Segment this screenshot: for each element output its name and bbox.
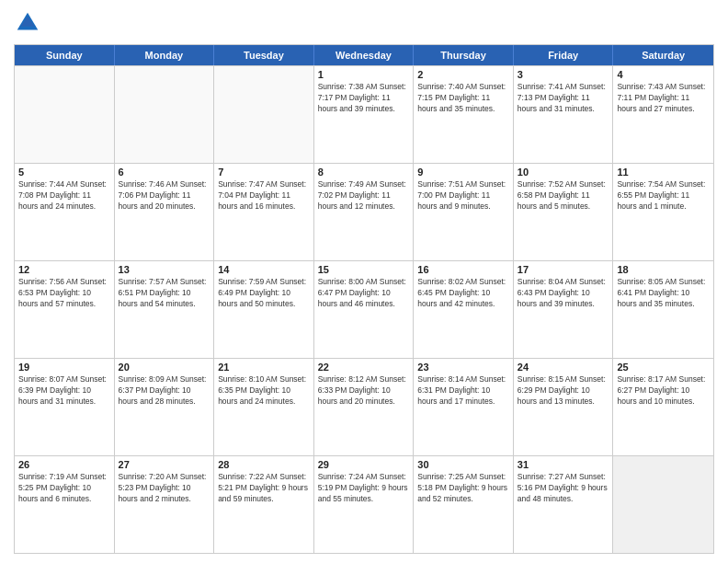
cell-info: Sunrise: 8:07 AM Sunset: 6:39 PM Dayligh… xyxy=(18,374,110,408)
day-number: 12 xyxy=(18,264,110,275)
cell-info: Sunrise: 7:46 AM Sunset: 7:06 PM Dayligh… xyxy=(119,179,210,213)
cal-cell-r4-c3: 29Sunrise: 7:24 AM Sunset: 5:19 PM Dayli… xyxy=(314,456,415,553)
cell-info: Sunrise: 8:12 AM Sunset: 6:33 PM Dayligh… xyxy=(318,374,410,408)
cell-info: Sunrise: 7:43 AM Sunset: 7:11 PM Dayligh… xyxy=(617,82,710,115)
cal-cell-r3-c4: 23Sunrise: 8:14 AM Sunset: 6:31 PM Dayli… xyxy=(414,359,514,455)
day-number: 1 xyxy=(318,69,410,80)
day-number: 15 xyxy=(318,264,410,275)
day-number: 4 xyxy=(617,69,710,80)
day-number: 31 xyxy=(518,459,609,470)
header-day-wednesday: Wednesday xyxy=(314,45,415,65)
cal-cell-r1-c0: 5Sunrise: 7:44 AM Sunset: 7:08 PM Daylig… xyxy=(15,164,115,260)
day-number: 17 xyxy=(518,264,609,275)
cal-cell-r2-c1: 13Sunrise: 7:57 AM Sunset: 6:51 PM Dayli… xyxy=(115,261,215,358)
calendar: SundayMondayTuesdayWednesdayThursdayFrid… xyxy=(14,44,714,554)
header-day-thursday: Thursday xyxy=(414,45,514,65)
calendar-body: 1Sunrise: 7:38 AM Sunset: 7:17 PM Daylig… xyxy=(15,65,713,553)
cell-info: Sunrise: 7:56 AM Sunset: 6:53 PM Dayligh… xyxy=(18,277,110,310)
cell-info: Sunrise: 7:44 AM Sunset: 7:08 PM Dayligh… xyxy=(18,179,110,213)
cal-cell-r1-c5: 10Sunrise: 7:52 AM Sunset: 6:58 PM Dayli… xyxy=(514,164,614,260)
cell-info: Sunrise: 7:52 AM Sunset: 6:58 PM Dayligh… xyxy=(518,179,609,213)
day-number: 8 xyxy=(318,167,410,178)
page: SundayMondayTuesdayWednesdayThursdayFrid… xyxy=(0,0,728,563)
day-number: 2 xyxy=(417,69,509,80)
day-number: 22 xyxy=(318,362,410,373)
cell-info: Sunrise: 8:10 AM Sunset: 6:35 PM Dayligh… xyxy=(218,374,310,408)
cell-info: Sunrise: 8:17 AM Sunset: 6:27 PM Dayligh… xyxy=(617,374,710,408)
cal-cell-r4-c5: 31Sunrise: 7:27 AM Sunset: 5:16 PM Dayli… xyxy=(514,456,614,553)
cell-info: Sunrise: 7:51 AM Sunset: 7:00 PM Dayligh… xyxy=(417,179,509,213)
header-day-tuesday: Tuesday xyxy=(214,45,314,65)
day-number: 25 xyxy=(617,362,710,373)
cal-cell-r1-c4: 9Sunrise: 7:51 AM Sunset: 7:00 PM Daylig… xyxy=(414,164,514,260)
cal-cell-r4-c2: 28Sunrise: 7:22 AM Sunset: 5:21 PM Dayli… xyxy=(214,456,314,553)
cal-cell-r2-c6: 18Sunrise: 8:05 AM Sunset: 6:41 PM Dayli… xyxy=(613,261,713,358)
day-number: 27 xyxy=(119,459,210,470)
cal-cell-r4-c6 xyxy=(613,456,713,553)
cell-info: Sunrise: 7:22 AM Sunset: 5:21 PM Dayligh… xyxy=(218,472,310,505)
cell-info: Sunrise: 7:25 AM Sunset: 5:18 PM Dayligh… xyxy=(417,472,509,505)
cal-cell-r3-c6: 25Sunrise: 8:17 AM Sunset: 6:27 PM Dayli… xyxy=(613,359,713,455)
cell-info: Sunrise: 7:54 AM Sunset: 6:55 PM Dayligh… xyxy=(617,179,710,213)
cell-info: Sunrise: 8:05 AM Sunset: 6:41 PM Dayligh… xyxy=(617,277,710,310)
cal-cell-r1-c2: 7Sunrise: 7:47 AM Sunset: 7:04 PM Daylig… xyxy=(214,164,314,260)
day-number: 30 xyxy=(417,459,509,470)
cal-cell-r0-c3: 1Sunrise: 7:38 AM Sunset: 7:17 PM Daylig… xyxy=(314,66,415,163)
header-day-monday: Monday xyxy=(115,45,215,65)
cal-cell-r0-c0 xyxy=(15,66,115,163)
header-day-sunday: Sunday xyxy=(15,45,115,65)
cell-info: Sunrise: 7:47 AM Sunset: 7:04 PM Dayligh… xyxy=(218,179,310,213)
cell-info: Sunrise: 8:09 AM Sunset: 6:37 PM Dayligh… xyxy=(119,374,210,408)
day-number: 11 xyxy=(617,167,710,178)
cal-cell-r2-c2: 14Sunrise: 7:59 AM Sunset: 6:49 PM Dayli… xyxy=(214,261,314,358)
calendar-header: SundayMondayTuesdayWednesdayThursdayFrid… xyxy=(15,45,713,65)
cal-cell-r2-c5: 17Sunrise: 8:04 AM Sunset: 6:43 PM Dayli… xyxy=(514,261,614,358)
header-day-friday: Friday xyxy=(514,45,614,65)
cell-info: Sunrise: 7:59 AM Sunset: 6:49 PM Dayligh… xyxy=(218,277,310,310)
day-number: 26 xyxy=(18,459,110,470)
day-number: 10 xyxy=(518,167,609,178)
day-number: 9 xyxy=(417,167,509,178)
cal-cell-r3-c2: 21Sunrise: 8:10 AM Sunset: 6:35 PM Dayli… xyxy=(214,359,314,455)
cal-cell-r1-c6: 11Sunrise: 7:54 AM Sunset: 6:55 PM Dayli… xyxy=(613,164,713,260)
cell-info: Sunrise: 7:27 AM Sunset: 5:16 PM Dayligh… xyxy=(518,472,609,505)
logo-icon xyxy=(14,9,41,37)
cal-cell-r1-c1: 6Sunrise: 7:46 AM Sunset: 7:06 PM Daylig… xyxy=(115,164,215,260)
calendar-row-3: 12Sunrise: 7:56 AM Sunset: 6:53 PM Dayli… xyxy=(15,260,713,358)
day-number: 18 xyxy=(617,264,710,275)
cell-info: Sunrise: 7:41 AM Sunset: 7:13 PM Dayligh… xyxy=(518,82,609,115)
day-number: 13 xyxy=(119,264,210,275)
header xyxy=(14,9,714,37)
cal-cell-r0-c4: 2Sunrise: 7:40 AM Sunset: 7:15 PM Daylig… xyxy=(414,66,514,163)
cal-cell-r3-c5: 24Sunrise: 8:15 AM Sunset: 6:29 PM Dayli… xyxy=(514,359,614,455)
cell-info: Sunrise: 8:04 AM Sunset: 6:43 PM Dayligh… xyxy=(518,277,609,310)
cal-cell-r4-c4: 30Sunrise: 7:25 AM Sunset: 5:18 PM Dayli… xyxy=(414,456,514,553)
cell-info: Sunrise: 7:38 AM Sunset: 7:17 PM Dayligh… xyxy=(318,82,410,115)
cell-info: Sunrise: 8:15 AM Sunset: 6:29 PM Dayligh… xyxy=(518,374,609,408)
cal-cell-r3-c3: 22Sunrise: 8:12 AM Sunset: 6:33 PM Dayli… xyxy=(314,359,415,455)
day-number: 6 xyxy=(119,167,210,178)
cal-cell-r4-c0: 26Sunrise: 7:19 AM Sunset: 5:25 PM Dayli… xyxy=(15,456,115,553)
cell-info: Sunrise: 7:19 AM Sunset: 5:25 PM Dayligh… xyxy=(18,472,110,505)
svg-rect-2 xyxy=(19,27,36,29)
cell-info: Sunrise: 8:00 AM Sunset: 6:47 PM Dayligh… xyxy=(318,277,410,310)
cell-info: Sunrise: 7:24 AM Sunset: 5:19 PM Dayligh… xyxy=(318,472,410,505)
day-number: 7 xyxy=(218,167,310,178)
cal-cell-r2-c3: 15Sunrise: 8:00 AM Sunset: 6:47 PM Dayli… xyxy=(314,261,415,358)
day-number: 19 xyxy=(18,362,110,373)
day-number: 28 xyxy=(218,459,310,470)
cell-info: Sunrise: 7:20 AM Sunset: 5:23 PM Dayligh… xyxy=(119,472,210,505)
day-number: 3 xyxy=(518,69,609,80)
day-number: 24 xyxy=(518,362,609,373)
cal-cell-r3-c0: 19Sunrise: 8:07 AM Sunset: 6:39 PM Dayli… xyxy=(15,359,115,455)
calendar-row-2: 5Sunrise: 7:44 AM Sunset: 7:08 PM Daylig… xyxy=(15,163,713,260)
cal-cell-r1-c3: 8Sunrise: 7:49 AM Sunset: 7:02 PM Daylig… xyxy=(314,164,415,260)
cell-info: Sunrise: 8:14 AM Sunset: 6:31 PM Dayligh… xyxy=(417,374,509,408)
cell-info: Sunrise: 7:49 AM Sunset: 7:02 PM Dayligh… xyxy=(318,179,410,213)
calendar-row-4: 19Sunrise: 8:07 AM Sunset: 6:39 PM Dayli… xyxy=(15,358,713,455)
cal-cell-r0-c1 xyxy=(115,66,215,163)
cell-info: Sunrise: 7:40 AM Sunset: 7:15 PM Dayligh… xyxy=(417,82,509,115)
day-number: 21 xyxy=(218,362,310,373)
cal-cell-r0-c5: 3Sunrise: 7:41 AM Sunset: 7:13 PM Daylig… xyxy=(514,66,614,163)
day-number: 23 xyxy=(417,362,509,373)
